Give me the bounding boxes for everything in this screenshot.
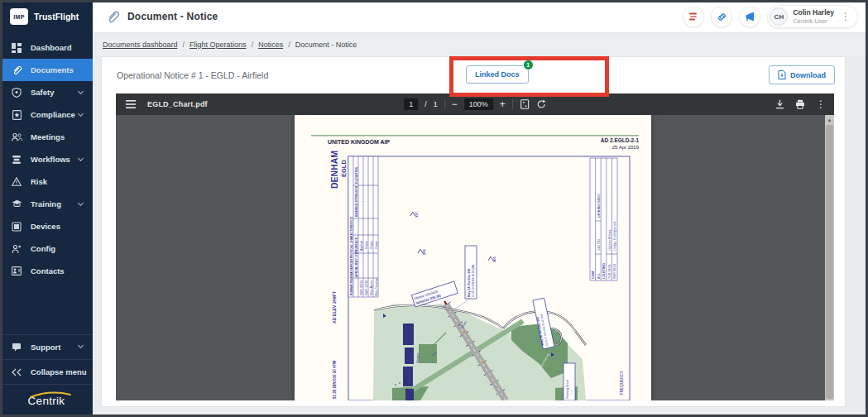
sidebar-item-contacts[interactable]: Contacts: [0, 260, 93, 282]
download-button[interactable]: Download: [769, 65, 835, 84]
sidebar-item-label: Safety: [31, 88, 55, 97]
pdf-toolbar-right: ⋮: [775, 99, 826, 109]
sidebar-item-devices[interactable]: Devices: [0, 215, 93, 237]
brand-name: TrustFlight: [34, 12, 79, 22]
breadcrumb: Documents dashboard / Flight Operations …: [93, 33, 868, 55]
pdf-page-total: 1: [434, 100, 438, 108]
breadcrumb-current: Document - Notice: [295, 41, 357, 49]
pdf-viewer: EGLD_Chart.pdf 1 / 1 − 100% +: [116, 93, 834, 400]
lighting-row-value: L/edge. End lights red.: [613, 221, 616, 251]
download-arrow-icon: [775, 99, 784, 109]
char-row-name: RWY 12/30: [365, 280, 368, 295]
chevron-down-icon: [78, 200, 84, 206]
pdf-page-controls: 1 / 1 − 100% +: [404, 98, 546, 110]
sidebar-item-dashboard[interactable]: Dashboard: [0, 36, 93, 59]
sidebar-item-risk[interactable]: Risk: [0, 170, 93, 193]
collapse-arrow-icon: [11, 367, 22, 378]
com-callsign: DENHAM RADIO: [597, 193, 601, 218]
lighting-title: LIGHTING: [602, 263, 606, 279]
sidebar-item-workflows[interactable]: Workflows: [0, 148, 93, 170]
fit-page-icon: [520, 99, 530, 109]
char-header-elevation: ELEVATION: [355, 167, 358, 184]
lighting-row-value: U/green W bars.: [608, 229, 611, 251]
print-icon: [795, 99, 805, 109]
sidebar-item-label: Support: [31, 343, 60, 352]
user-name: Colin Harley: [793, 8, 834, 17]
mobile-obstacle-label: Mobile Obstacle Vehicles 255 (6): [411, 281, 458, 307]
sidebar-item-label: Documents: [31, 65, 74, 74]
pdf-print-button[interactable]: [795, 99, 805, 109]
char-row-surface: Asphalt: [360, 241, 363, 251]
zoom-in-button[interactable]: +: [500, 99, 506, 109]
breadcrumb-separator: /: [252, 41, 254, 49]
sidebar-item-config[interactable]: Config: [0, 237, 93, 260]
chevron-down-icon: [78, 343, 84, 348]
user-menu[interactable]: CH Colin Harley Centrik User ⋮: [767, 5, 858, 28]
svg-text:Rwy 24 Thr Elev 241: Rwy 24 Thr Elev 241: [468, 268, 471, 297]
register-button[interactable]: [683, 6, 704, 27]
pdf-more-button[interactable]: ⋮: [816, 99, 826, 109]
airfield-coords: 51 35 18N 000 30 47W: [333, 360, 337, 399]
pdf-zoom-level[interactable]: 100%: [464, 98, 493, 110]
hamburger-icon: [126, 100, 136, 108]
pdf-filename: EGLD_Chart.pdf: [147, 100, 208, 108]
char-row-surface: Grass: [365, 241, 368, 249]
pdf-scrollbar[interactable]: ▲: [825, 115, 834, 400]
announcements-button[interactable]: [739, 6, 760, 27]
sidebar-item-compliance[interactable]: Compliance: [0, 103, 93, 126]
frequency-label: FREQUENCY: [620, 371, 624, 395]
linked-items-button[interactable]: [711, 6, 732, 27]
topbar: Document - Notice CH Colin Harley Centri…: [93, 0, 868, 33]
scrollbar-thumb[interactable]: [826, 125, 833, 399]
pdf-page-input[interactable]: 1: [404, 98, 418, 110]
sidebar-item-label: Training: [31, 199, 61, 208]
aip-ref: AD 2.EGLD-2-1: [601, 137, 640, 143]
flashing-green-dashes: ─ ─: [570, 390, 573, 395]
sidebar-item-label: Dashboard: [31, 43, 72, 52]
warning-triangle-icon: [11, 176, 22, 188]
sidebar-item-support[interactable]: Support: [0, 334, 93, 359]
char-row-surface: Grass: [370, 241, 373, 249]
toolbar-divider: [512, 99, 513, 109]
rotate-button[interactable]: [536, 99, 546, 109]
sidebar-item-label: Collapse menu: [31, 367, 87, 376]
topbar-actions: CH Colin Harley Centrik User ⋮: [683, 0, 858, 33]
char-row-surface: Grass: [375, 241, 378, 249]
lighting-row-name: THR 06/24: [608, 265, 611, 279]
char-table-title: RUNWAY/TAXIWAY/APRON PHYSICAL CHARACTERI…: [350, 216, 353, 295]
gear-person-icon: [11, 243, 22, 255]
flashing-green-label: Flashing Green ─ ─: [563, 363, 575, 400]
sidebar-item-collapse-menu[interactable]: Collapse menu: [0, 359, 93, 384]
breadcrumb-documents-dashboard[interactable]: Documents dashboard: [103, 41, 178, 49]
aip-date: 25 Apr 2019: [612, 145, 640, 150]
airfield-icao: EGLD: [340, 160, 348, 177]
pdf-menu-button[interactable]: [126, 100, 136, 108]
imp-logo-icon: IMP: [10, 8, 28, 25]
red-list-icon: [688, 12, 698, 22]
chevron-down-icon: [78, 89, 84, 94]
pdf-page: UNITED KINGDOM AIP AD 2.EGLD-2-1 25 Apr …: [295, 115, 651, 400]
link-icon: [717, 12, 727, 22]
char-header-apron: APRON / RWY / TWY: [355, 249, 358, 277]
pdf-download-button[interactable]: [775, 99, 784, 109]
breadcrumb-flight-operations[interactable]: Flight Operations: [189, 41, 247, 49]
download-wrap: Download: [769, 65, 835, 84]
svg-text:51 35 23.26N 000 30 33.43W: 51 35 23.26N 000 30 33.43W: [472, 265, 475, 297]
sidebar-item-training[interactable]: Training: [0, 193, 93, 215]
page-title: Document - Notice: [93, 9, 218, 23]
airfield-map: [373, 300, 586, 400]
zoom-out-button[interactable]: −: [452, 99, 458, 109]
pdf-canvas: UNITED KINGDOM AIP AD 2.EGLD-2-1 25 Apr …: [116, 115, 834, 400]
brand-logo[interactable]: IMP TrustFlight: [0, 0, 93, 31]
kebab-menu-icon[interactable]: ⋮: [839, 12, 852, 22]
char-row-name: Main Apron: [370, 280, 373, 295]
scroll-up-icon[interactable]: ▲: [825, 115, 834, 124]
dashboard-icon: [11, 42, 22, 54]
sidebar-item-meetings[interactable]: Meetings: [0, 126, 93, 148]
sidebar-nav: Dashboard Documents Safety Compliance Me…: [0, 36, 93, 282]
sidebar-item-safety[interactable]: Safety: [0, 81, 93, 103]
com-title: COM: [591, 271, 595, 279]
sidebar-item-documents[interactable]: Documents: [0, 59, 93, 81]
breadcrumb-notices[interactable]: Notices: [258, 41, 283, 49]
fit-page-button[interactable]: [520, 99, 530, 109]
